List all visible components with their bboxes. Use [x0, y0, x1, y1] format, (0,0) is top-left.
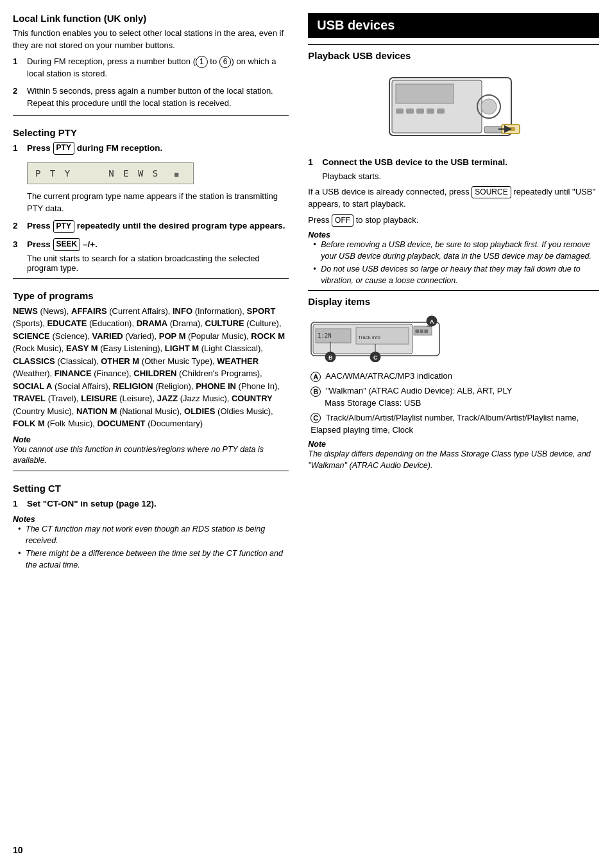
step-num: 3	[13, 238, 23, 251]
step-content: Press PTY during FM reception.	[27, 142, 162, 155]
ct-note-item: The CT function may not work even though…	[18, 524, 289, 546]
step-num: 1	[13, 498, 23, 510]
usb-device-image	[308, 65, 599, 148]
step-content: During FM reception, press a number butt…	[27, 56, 289, 80]
step-content: Within 5 seconds, press again a number b…	[27, 85, 273, 110]
display-items-svg: 1:2N Track info ▦▦▦ A B C	[308, 311, 449, 362]
right-column: USB devices Playback USB devices	[302, 13, 599, 855]
usb-header: USB devices	[308, 13, 599, 38]
step-num: 1	[308, 156, 318, 169]
svg-text:Track info: Track info	[358, 334, 380, 340]
svg-rect-5	[416, 108, 424, 114]
type-programs-content: NEWS (News), AFFAIRS (Current Affairs), …	[13, 305, 289, 430]
step-num: 1	[13, 142, 23, 155]
btn-6: 6	[219, 56, 232, 68]
divider5	[308, 290, 599, 291]
local-link-step2: 2 Within 5 seconds, press again a number…	[13, 85, 289, 110]
svg-point-9	[481, 99, 497, 114]
usb-para2: Press OFF to stop playback.	[308, 214, 599, 227]
step-content: Press PTY repeatedly until the desired p…	[27, 220, 285, 232]
svg-rect-6	[427, 108, 434, 114]
usb-notes-list: Before removing a USB device, be sure to…	[308, 239, 599, 286]
step-content: Connect the USB device to the USB termin…	[322, 156, 507, 169]
usb-para1: If a USB device is already connected, pr…	[308, 186, 599, 211]
display-items-note: Note The display differs depending on th…	[308, 440, 599, 471]
step-num: 2	[13, 85, 23, 110]
ct-note-item: There might be a difference between the …	[18, 548, 289, 571]
pty-step3-body: The unit starts to search for a station …	[27, 254, 289, 273]
svg-text:B: B	[328, 354, 333, 361]
svg-text:C: C	[373, 354, 378, 361]
indicator-b-extra: Mass Storage Class: USB	[325, 398, 421, 408]
pty-step2: 2 Press PTY repeatedly until the desired…	[13, 220, 289, 232]
svg-text:A: A	[430, 318, 434, 325]
svg-rect-2	[396, 84, 454, 103]
usb-notes: Notes Before removing a USB device, be s…	[308, 230, 599, 286]
usb-note-item: Before removing a USB device, be sure to…	[313, 239, 599, 262]
svg-text:1:2N: 1:2N	[318, 333, 332, 339]
type-programs-title: Type of programs	[13, 290, 289, 301]
divider2	[13, 278, 289, 279]
ct-notes-list: The CT function may not work even though…	[13, 524, 289, 571]
setting-ct-title: Setting CT	[13, 483, 289, 494]
pty-btn: PTY	[53, 142, 74, 154]
indicators-list: A AAC/WMA/ATRAC/MP3 indication B "Walkma…	[308, 370, 599, 436]
playback-title: Playback USB devices	[308, 50, 599, 61]
usb-note-item: Do not use USB devices so large or heavy…	[313, 264, 599, 286]
type-programs-note: Note You cannot use this function in cou…	[13, 435, 289, 467]
left-column: Local Link function (UK only) This funct…	[13, 13, 302, 855]
display-note-title: Note	[308, 440, 599, 449]
indicator-c: C Track/Album/Artist/Playlist number, Tr…	[308, 412, 599, 437]
svg-text:▦▦▦: ▦▦▦	[415, 329, 429, 333]
svg-rect-3	[396, 108, 404, 114]
pty-step1: 1 Press PTY during FM reception. P T Y N…	[13, 142, 289, 215]
usb-step1-body: Playback starts.	[322, 171, 599, 181]
ct-notes: Notes The CT function may not work even …	[13, 515, 289, 571]
usb-notes-title: Notes	[308, 230, 599, 239]
step-num: 2	[13, 220, 23, 232]
usb-device-svg	[383, 65, 524, 148]
pty-step3: 3 Press SEEK –/+. The unit starts to sea…	[13, 238, 289, 273]
pty-display-note: The current program type name appears if…	[27, 191, 289, 215]
step-content: Press SEEK –/+.	[27, 238, 98, 251]
indicator-a-text: AAC/WMA/ATRAC/MP3 indication	[325, 371, 452, 381]
ct-notes-title: Notes	[13, 515, 289, 524]
note-title: Note	[13, 435, 289, 444]
indicator-b: B "Walkman" (ATRAC Audio Device): ALB, A…	[308, 385, 599, 410]
btn-1: 1	[196, 56, 208, 68]
display-note-text: The display differs depending on the Mas…	[308, 449, 599, 471]
pty-display-area: P T Y N E W S ▦ The current program type…	[27, 157, 289, 215]
pty-btn2: PTY	[53, 220, 74, 232]
source-btn: SOURCE	[472, 186, 511, 198]
page-number: 10	[13, 845, 23, 855]
pty-display: P T Y N E W S ▦	[27, 162, 194, 184]
step-content: Set "CT-ON" in setup (page 12).	[27, 498, 157, 510]
indicator-b-text: "Walkman" (ATRAC Audio Device): ALB, ART…	[326, 386, 513, 395]
note-text: You cannot use this function in countrie…	[13, 444, 289, 467]
svg-rect-4	[406, 108, 414, 114]
selecting-pty-title: Selecting PTY	[13, 127, 289, 138]
indicator-circle-a: A	[310, 372, 321, 382]
svg-rect-7	[437, 108, 445, 114]
divider3	[13, 471, 289, 471]
divider	[13, 115, 289, 116]
step-num: 1	[13, 56, 23, 80]
display-items-title: Display items	[308, 296, 599, 307]
local-link-title: Local Link function (UK only)	[13, 13, 289, 24]
local-link-desc: This function enables you to select othe…	[13, 28, 289, 52]
seek-btn: SEEK	[53, 238, 81, 250]
off-btn: OFF	[332, 214, 353, 227]
indicator-circle-b: B	[310, 386, 321, 397]
indicator-a: A AAC/WMA/ATRAC/MP3 indication	[308, 370, 599, 383]
indicator-circle-c: C	[310, 413, 321, 423]
local-link-step1: 1 During FM reception, press a number bu…	[13, 56, 289, 80]
ct-step1: 1 Set "CT-ON" in setup (page 12).	[13, 498, 289, 510]
display-items-image-container: 1:2N Track info ▦▦▦ A B C	[308, 311, 599, 364]
svg-rect-12	[509, 127, 515, 131]
indicator-c-text: Track/Album/Artist/Playlist number, Trac…	[310, 413, 579, 435]
divider4	[308, 44, 599, 45]
usb-step1: 1 Connect the USB device to the USB term…	[308, 156, 599, 181]
